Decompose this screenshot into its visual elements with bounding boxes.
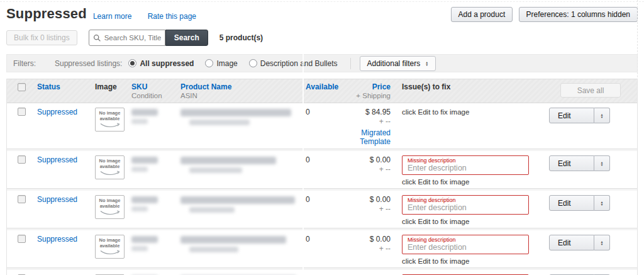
blurred-asin: [189, 247, 238, 252]
price-cell: $ 0.00 + --: [343, 151, 397, 176]
row-checkbox[interactable]: [18, 108, 26, 116]
save-all-button[interactable]: Save all: [560, 83, 621, 98]
screenshot-top-edge: [0, 1, 644, 2]
price-cell: $ 0.00 + --: [343, 230, 397, 255]
column-header-product-name[interactable]: Product Name ASIN: [175, 79, 292, 103]
blurred-product-name: [180, 109, 291, 116]
description-input[interactable]: [408, 203, 523, 212]
up-down-caret-icon: ▲▼: [425, 61, 428, 66]
radio-icon[interactable]: [128, 59, 136, 67]
preferences-button[interactable]: Preferences: 1 columns hidden: [519, 7, 638, 22]
shipping-value: + --: [348, 205, 391, 213]
blurred-asin: [189, 207, 235, 213]
status-link[interactable]: Suppressed: [37, 195, 77, 204]
available-value: 0: [292, 151, 343, 167]
column-header-available[interactable]: Available: [292, 79, 343, 94]
page-header: Suppressed Learn more Rate this page Add…: [6, 6, 638, 22]
suppressed-listings-label: Suppressed listings:: [55, 59, 122, 68]
listings-table: Status Image SKU Condition Product Name …: [6, 79, 638, 275]
amazon-swoosh-icon: [99, 210, 121, 216]
additional-filters-button[interactable]: Additional filters ▲▼: [360, 56, 436, 71]
amazon-swoosh-icon: [99, 123, 121, 128]
radio-icon[interactable]: [205, 59, 213, 67]
learn-more-link[interactable]: Learn more: [93, 12, 131, 21]
filter-radio-image[interactable]: Image: [205, 59, 237, 68]
blurred-condition: [131, 246, 148, 251]
price-value: $ 0.00: [370, 155, 391, 164]
issue-note: click Edit to fix image: [402, 108, 469, 116]
column-header-status[interactable]: Status: [32, 79, 90, 94]
edit-button[interactable]: Edit: [549, 235, 594, 250]
page-title: Suppressed: [6, 6, 87, 22]
price-cell: $ 84.95 + -- Migrated Template: [343, 103, 397, 149]
radio-icon[interactable]: [249, 59, 257, 67]
blurred-condition: [131, 119, 148, 124]
missing-description-box: Missing description: [402, 235, 529, 254]
edit-dropdown-button[interactable]: ▲▼: [594, 108, 610, 123]
edit-split-button: Edit ▲▼: [549, 155, 610, 171]
product-count: 5 product(s): [219, 33, 263, 42]
search-box: [89, 30, 165, 46]
edit-split-button: Edit ▲▼: [549, 195, 610, 211]
shipping-value: + --: [348, 165, 391, 174]
issue-note: click Edit to fix image: [402, 257, 539, 265]
status-link[interactable]: Suppressed: [37, 108, 77, 116]
available-value: 0: [292, 191, 343, 206]
table-row: Suppressed No image available 0 $ 0.00 +…: [7, 191, 637, 228]
select-all-checkbox[interactable]: [18, 83, 26, 91]
shipping-value: + --: [348, 244, 391, 253]
issue-note: click Edit to fix image: [402, 218, 539, 225]
missing-description-label: Missing description: [408, 157, 523, 164]
edit-dropdown-button[interactable]: ▲▼: [594, 235, 610, 250]
table-header-row: Status Image SKU Condition Product Name …: [7, 79, 637, 103]
edit-dropdown-button[interactable]: ▲▼: [594, 195, 610, 211]
price-cell: $ 0.00 + --: [343, 270, 397, 275]
price-cell: $ 0.00 + --: [343, 191, 397, 216]
edit-split-button: Edit ▲▼: [549, 108, 610, 123]
missing-description-label: Missing description: [408, 237, 523, 243]
filter-radio-all-suppressed[interactable]: All suppressed: [128, 59, 194, 68]
row-checkbox[interactable]: [18, 155, 26, 164]
status-link[interactable]: Suppressed: [37, 155, 77, 164]
available-value: 0: [292, 270, 343, 275]
migrated-template-link[interactable]: Migrated Template: [348, 128, 391, 146]
edit-split-button: Edit ▲▼: [549, 235, 610, 250]
filter-radio-description-bullets[interactable]: Description and Bullets: [249, 59, 338, 68]
blurred-asin: [189, 120, 250, 125]
missing-description-box: Missing description: [402, 155, 529, 175]
up-down-caret-icon: ▲▼: [601, 201, 604, 206]
no-image-placeholder: No image available: [95, 108, 125, 132]
no-image-placeholder: No image available: [95, 235, 125, 259]
filters-bar: Filters: Suppressed listings: All suppre…: [6, 54, 638, 72]
row-checkbox[interactable]: [18, 235, 26, 243]
price-value: $ 84.95: [365, 108, 391, 116]
divider: [350, 58, 351, 69]
status-link[interactable]: Suppressed: [37, 235, 77, 244]
row-checkbox[interactable]: [18, 195, 26, 203]
price-value: $ 0.00: [370, 195, 391, 204]
issue-note: click Edit to fix image: [402, 178, 539, 186]
up-down-caret-icon: ▲▼: [601, 240, 604, 245]
column-header-sku[interactable]: SKU Condition: [126, 79, 175, 103]
up-down-caret-icon: ▲▼: [601, 161, 604, 166]
add-a-product-button[interactable]: Add a product: [451, 7, 513, 22]
toolbar: Bulk fix 0 listings Search 5 product(s): [6, 30, 638, 46]
rate-this-page-link[interactable]: Rate this page: [148, 12, 196, 21]
column-header-price[interactable]: Price + Shipping: [343, 79, 397, 103]
blurred-product-name: [180, 157, 276, 164]
description-input[interactable]: [408, 243, 523, 252]
edit-button[interactable]: Edit: [549, 155, 594, 171]
edit-dropdown-button[interactable]: ▲▼: [594, 155, 610, 171]
blurred-condition: [131, 167, 148, 172]
amazon-swoosh-icon: [99, 250, 121, 255]
column-header-image: Image: [90, 79, 126, 94]
search-input[interactable]: [104, 34, 161, 42]
no-image-placeholder: No image available: [95, 155, 125, 179]
description-input[interactable]: [408, 164, 523, 172]
search-button[interactable]: Search: [165, 30, 208, 46]
bulk-fix-button[interactable]: Bulk fix 0 listings: [6, 30, 77, 45]
filters-label: Filters:: [13, 59, 36, 68]
edit-button[interactable]: Edit: [549, 108, 594, 123]
blurred-asin: [189, 167, 242, 173]
edit-button[interactable]: Edit: [549, 195, 594, 211]
